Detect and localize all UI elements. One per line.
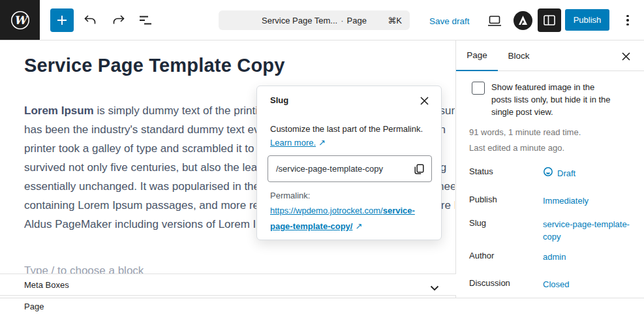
settings-sidebar: Page Block Show featured image in the po… xyxy=(455,40,644,298)
svg-text:W: W xyxy=(14,14,29,27)
meta-boxes-panel-toggle[interactable]: Meta Boxes xyxy=(0,274,456,296)
draft-status-icon xyxy=(543,166,553,180)
meta-row-status: Status Draft xyxy=(469,166,632,180)
sidebar-tabs: Page Block xyxy=(456,40,644,71)
discussion-value[interactable]: Closed xyxy=(543,278,631,290)
meta-row-discussion: Discussion Closed xyxy=(469,278,632,290)
close-icon[interactable] xyxy=(415,91,433,110)
tab-page[interactable]: Page xyxy=(456,40,498,71)
wordpress-logo-icon[interactable]: W xyxy=(0,0,40,40)
undo-icon[interactable] xyxy=(82,12,98,28)
permalink-link[interactable]: https://wpdemo.jotrocket.com/service-pag… xyxy=(270,206,415,231)
document-overview-icon[interactable] xyxy=(138,12,153,28)
slug-input-wrapper xyxy=(268,155,432,182)
redo-icon[interactable] xyxy=(111,12,127,28)
save-draft-button[interactable]: Save draft xyxy=(429,14,470,27)
document-title-bar[interactable]: Service Page Tem... · Page ⌘K xyxy=(219,10,410,30)
checkbox-unchecked-icon[interactable] xyxy=(472,82,485,95)
breadcrumb[interactable]: Page xyxy=(24,302,44,311)
close-icon[interactable] xyxy=(617,47,635,65)
checkbox-label: Show featured image in the posts lists o… xyxy=(491,81,615,118)
command-shortcut: ⌘K xyxy=(388,16,402,25)
slug-value[interactable]: service-page-template-copy xyxy=(543,218,631,243)
wordpress-editor-window: Service Page Template Copy Lorem Ipsum i… xyxy=(0,0,644,314)
publish-value[interactable]: Immediately xyxy=(543,195,631,207)
document-type: Page xyxy=(347,16,367,25)
meta-row-publish: Publish Immediately xyxy=(469,195,632,207)
tab-block[interactable]: Block xyxy=(498,40,540,71)
external-link-icon: ↗ xyxy=(355,221,362,231)
slug-input[interactable] xyxy=(268,164,408,174)
meta-boxes-label: Meta Boxes xyxy=(24,280,69,290)
settings-sidebar-toggle-icon[interactable] xyxy=(538,8,561,32)
theme-brand-icon[interactable] xyxy=(514,11,532,30)
block-inserter-button[interactable] xyxy=(50,8,74,32)
last-edited-text: Last edited a minute ago. xyxy=(469,143,564,153)
publish-button[interactable]: Publish xyxy=(565,9,609,31)
popover-title: Slug xyxy=(270,95,288,105)
title-separator: · xyxy=(341,16,343,25)
external-link-icon: ↗ xyxy=(318,138,326,148)
document-footer: Page xyxy=(0,298,644,314)
permalink-label: Permalink: xyxy=(270,191,310,200)
slug-description: Customize the last part of the Permalink… xyxy=(270,124,423,134)
featured-image-checkbox-row[interactable]: Show featured image in the posts lists o… xyxy=(472,81,628,118)
editor-top-toolbar: W Service Page Tem... · Page ⌘K Save dra… xyxy=(0,0,644,40)
lead-bold-text: Lorem Ipsum xyxy=(24,104,94,117)
meta-row-author: Author admin xyxy=(469,251,632,263)
word-count-text: 91 words, 1 minute read time. xyxy=(469,127,581,137)
author-value[interactable]: admin xyxy=(543,251,631,263)
more-options-kebab-icon[interactable] xyxy=(619,8,637,32)
permalink-value: https://wpdemo.jotrocket.com/service-pag… xyxy=(270,203,431,234)
copy-icon[interactable] xyxy=(408,158,430,180)
status-value[interactable]: Draft xyxy=(543,166,631,180)
meta-row-slug: Slug service-page-template-copy xyxy=(469,218,632,243)
chevron-down-icon xyxy=(430,282,439,294)
learn-more-link[interactable]: Learn more. xyxy=(270,138,316,148)
page-title[interactable]: Service Page Template Copy xyxy=(24,55,285,76)
slug-popover: Slug Customize the last part of the Perm… xyxy=(256,86,442,240)
document-title: Service Page Tem... xyxy=(262,16,337,25)
learn-more-row: Learn more.↗ xyxy=(270,138,326,148)
preview-icon[interactable] xyxy=(485,12,504,29)
